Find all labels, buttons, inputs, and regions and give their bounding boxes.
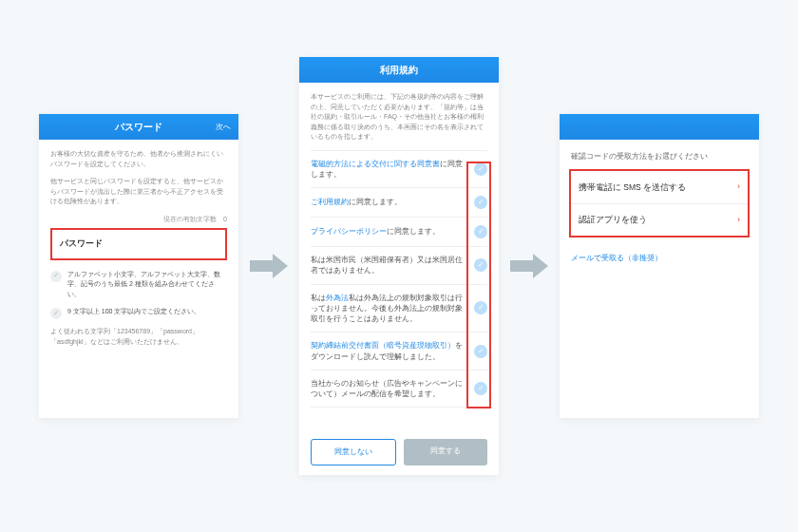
check-icon[interactable]: ✓ <box>474 345 487 358</box>
decline-button[interactable]: 同意しない <box>311 439 396 466</box>
password-input[interactable]: パスワード <box>50 228 227 260</box>
check-icon: ✓ <box>50 308 62 319</box>
check-icon[interactable]: ✓ <box>474 382 487 395</box>
rule-text: 9 文字以上 100 文字以内でご設定ください。 <box>67 307 200 319</box>
term-row[interactable]: プライバシーポリシーに同意します。 ✓ <box>311 218 487 247</box>
check-icon[interactable]: ✓ <box>474 301 487 314</box>
check-icon[interactable]: ✓ <box>474 162 487 176</box>
check-icon[interactable]: ✓ <box>474 225 487 238</box>
term-row[interactable]: 私は米国市民（米国籍保有者）又は米国居住者ではありません。 ✓ <box>311 247 487 285</box>
rule-text: アルファベット小文字、アルファベット大文字、数字、記号のうち最低 2 種類を組み… <box>67 270 227 300</box>
agree-button[interactable]: 同意する <box>404 439 487 466</box>
tip-text: よく使われる文字列「123456789」「password」「asdfghjkl… <box>50 327 227 347</box>
terms-intro: 本サービスのご利用には、下記の各規約等の内容をご理解の上、同意していただく必要が… <box>311 92 487 142</box>
button-row: 同意しない 同意する <box>299 429 499 475</box>
email-option-link[interactable]: メールで受取る（非推奨） <box>560 247 759 270</box>
title: 利用規約 <box>380 65 418 75</box>
password-rule: ✓ 9 文字以上 100 文字以内でご設定ください。 <box>50 307 227 319</box>
term-link[interactable]: プライバシーポリシー <box>311 227 387 236</box>
header <box>560 114 759 140</box>
chevron-right-icon: › <box>737 180 740 194</box>
check-icon[interactable]: ✓ <box>474 258 487 272</box>
option-sms[interactable]: 携帯電話に SMS を送信する › <box>571 171 748 204</box>
desc-2: 他サービスと同じパスワードを設定すると、他サービスからパスワードが流出した際に第… <box>50 177 227 207</box>
term-row[interactable]: 電磁的方法による交付に関する同意書に同意します。 ✓ <box>311 151 487 189</box>
check-icon[interactable]: ✓ <box>474 196 487 209</box>
title: パスワード <box>115 122 162 132</box>
arrow-icon <box>250 254 288 278</box>
arrow-icon <box>510 254 548 278</box>
header: 利用規約 <box>299 57 499 83</box>
option-label: 携帯電話に SMS を送信する <box>579 181 686 194</box>
term-link[interactable]: ご利用規約 <box>311 198 349 206</box>
term-link[interactable]: 電磁的方法による交付に関する同意書 <box>311 160 440 168</box>
chevron-right-icon: › <box>737 214 740 227</box>
desc-1: お客様の大切な資産を守るため、他者から推測されにくいパスワードを設定してください… <box>50 149 227 169</box>
two-factor-screen: 確認コードの受取方法をお選びください 携帯電話に SMS を送信する › 認証ア… <box>560 114 759 418</box>
term-row[interactable]: 私は外為法私は外為法上の規制対象取引は行っておりません。今後も外為法上の規制対象… <box>311 285 487 333</box>
term-row[interactable]: 当社からのお知らせ（広告やキャンペーンについて）メールの配信を希望します。 ✓ <box>311 370 487 408</box>
password-rule: ✓ アルファベット小文字、アルファベット大文字、数字、記号のうち最低 2 種類を… <box>50 270 227 300</box>
option-auth-app[interactable]: 認証アプリを使う › <box>571 204 748 237</box>
terms-screen: 利用規約 本サービスのご利用には、下記の各規約等の内容をご理解の上、同意していた… <box>299 57 499 475</box>
term-link[interactable]: 外為法 <box>326 294 349 302</box>
option-group: 携帯電話に SMS を送信する › 認証アプリを使う › <box>569 169 750 238</box>
header: パスワード 次へ <box>39 114 238 140</box>
option-label: 認証アプリを使う <box>579 214 647 226</box>
char-counter: 現在の有効文字数 0 <box>50 215 227 225</box>
term-link[interactable]: 契約締結前交付書面（暗号資産現物取引） <box>311 341 455 350</box>
term-row[interactable]: 契約締結前交付書面（暗号資産現物取引）をダウンロードし読んで理解しました。 ✓ <box>311 332 487 370</box>
instruction: 確認コードの受取方法をお選びください <box>560 140 759 169</box>
password-screen: パスワード 次へ お客様の大切な資産を守るため、他者から推測されにくいパスワード… <box>39 114 238 418</box>
term-row[interactable]: ご利用規約に同意します。 ✓ <box>311 188 487 218</box>
next-button[interactable]: 次へ <box>216 122 231 133</box>
terms-list: 電磁的方法による交付に関する同意書に同意します。 ✓ ご利用規約に同意します。 … <box>311 150 487 408</box>
check-icon: ✓ <box>50 271 62 282</box>
